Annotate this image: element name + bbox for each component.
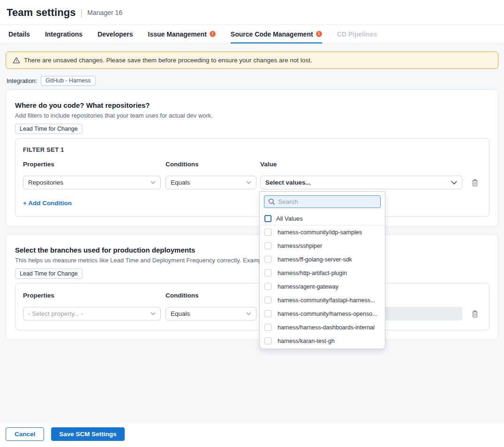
tab-label: Developers: [98, 30, 133, 38]
filter-column-labels: Properties Conditions: [23, 292, 481, 299]
page: Team settings | Manager 16 DetailsIntegr…: [0, 0, 504, 447]
value-select-placeholder: Select values...: [265, 179, 311, 186]
banner-text: There are unsaved changes. Please save t…: [24, 57, 312, 64]
tab-bar: DetailsIntegrationsDevelopersIssue Manag…: [0, 25, 504, 44]
chevron-down-icon: [150, 312, 156, 315]
dropdown-search-wrap: [260, 192, 385, 212]
integration-chip[interactable]: GitHub - Harness: [41, 76, 96, 86]
lead-time-tag: Lead Time for Change: [15, 124, 83, 134]
option-label: harness-community/fastapi-harness...: [278, 297, 379, 304]
option-label: harness/http-artifact-plugin: [278, 270, 351, 276]
tab-label: Source Code Management: [231, 30, 313, 38]
repositories-card: Where do you code? What repositories? Ad…: [6, 89, 498, 227]
option-checkbox[interactable]: [264, 297, 271, 304]
option-label: harness-community/idp-samples: [278, 229, 366, 236]
page-subtitle: Manager 16: [87, 9, 122, 16]
option-checkbox[interactable]: [264, 229, 271, 236]
all-values-label: All Values: [276, 215, 307, 222]
branches-card-title: Select the branches used for production …: [15, 246, 489, 254]
option-label: harness/ff-golang-server-sdk: [278, 256, 356, 263]
integration-label: Integration:: [7, 77, 37, 84]
repositories-card-subtitle: Add filters to include repositories that…: [15, 112, 489, 119]
filter-row: - Select property... - Equals: [23, 307, 481, 320]
dropdown-option-row[interactable]: harness-community/harness-openso...: [260, 307, 385, 320]
unsaved-changes-banner: There are unsaved changes. Please save t…: [6, 52, 498, 69]
tab-integrations[interactable]: Integrations: [45, 25, 83, 44]
branches-filter: Properties Conditions - Select property.…: [15, 283, 489, 330]
option-checkbox[interactable]: [264, 256, 271, 263]
dropdown-option-row[interactable]: harness/...: [260, 348, 385, 349]
title-divider: |: [81, 8, 83, 18]
option-checkbox[interactable]: [264, 283, 271, 290]
dropdown-option-row[interactable]: harness/sshpiper: [260, 239, 385, 253]
dropdown-option-row[interactable]: harness-community/fastapi-harness...: [260, 293, 385, 307]
trash-icon: [471, 310, 479, 318]
alert-badge-icon: !: [210, 31, 216, 37]
tab-issue-management[interactable]: Issue Management!: [148, 25, 216, 44]
tab-source-code-management[interactable]: Source Code Management!: [231, 25, 322, 44]
dropdown-option-row[interactable]: harness/harness-dashboards-internal: [260, 320, 385, 334]
save-scm-settings-button[interactable]: Save SCM Settings: [51, 427, 124, 441]
all-values-checkbox[interactable]: [264, 215, 271, 222]
chevron-down-icon: [246, 312, 251, 315]
option-label: harness/harness-dashboards-internal: [278, 324, 378, 331]
warning-icon: [13, 57, 20, 64]
chevron-down-icon: [451, 181, 457, 185]
page-header: Team settings | Manager 16: [0, 0, 504, 25]
conditions-column-label: Conditions: [165, 292, 256, 299]
option-checkbox[interactable]: [264, 242, 271, 249]
tab-label: Details: [8, 30, 30, 38]
delete-filter-button[interactable]: [471, 310, 479, 318]
option-checkbox[interactable]: [264, 337, 271, 344]
delete-filter-button[interactable]: [471, 179, 479, 187]
property-select[interactable]: - Select property... -: [23, 307, 161, 320]
properties-column-label: Properties: [23, 292, 161, 299]
branches-card-subtitle: This helps us measure metrics like Lead …: [15, 257, 489, 264]
dropdown-option-list: harness-community/idp-samplesharness/ssh…: [260, 225, 385, 349]
condition-select[interactable]: Equals: [165, 176, 256, 189]
tab-label: Issue Management: [148, 30, 207, 38]
dropdown-option-row[interactable]: harness/karan-test-gh: [260, 334, 385, 348]
dropdown-option-row[interactable]: harness/ff-golang-server-sdk: [260, 253, 385, 266]
option-checkbox[interactable]: [264, 269, 271, 276]
option-checkbox[interactable]: [264, 324, 271, 331]
option-label: harness/sshpiper: [278, 243, 326, 249]
search-icon: [268, 198, 275, 205]
option-label: harness-community/harness-openso...: [278, 311, 381, 317]
value-dropdown-panel: All Values harness-community/idp-samples…: [259, 191, 385, 349]
tab-developers[interactable]: Developers: [98, 25, 133, 44]
dropdown-search: [264, 195, 381, 208]
chevron-down-icon: [246, 181, 251, 184]
condition-select[interactable]: Equals: [165, 307, 256, 320]
tab-cd-pipelines[interactable]: CD Pipelines: [337, 25, 377, 44]
conditions-column-label: Conditions: [165, 161, 256, 168]
branches-card: Select the branches used for production …: [6, 234, 498, 340]
dropdown-option-row[interactable]: harness-community/idp-samples: [260, 225, 385, 239]
page-title: Team settings: [7, 7, 76, 19]
property-select[interactable]: Repositories: [23, 176, 161, 189]
alert-badge-icon: !: [316, 31, 322, 37]
dropdown-option-row[interactable]: harness/agent-gateway: [260, 280, 385, 293]
add-condition-button[interactable]: + Add Condition: [23, 200, 72, 207]
filter-column-labels: Properties Conditions Value: [23, 161, 481, 168]
filter-set-1: FILTER SET 1 Properties Conditions Value…: [15, 138, 489, 217]
value-column-label: Value: [260, 161, 462, 168]
option-checkbox[interactable]: [264, 310, 271, 317]
trash-icon: [471, 179, 479, 187]
lead-time-tag: Lead Time for Change: [15, 268, 83, 279]
tab-details[interactable]: Details: [8, 25, 30, 44]
footer-bar: Cancel Save SCM Settings: [0, 424, 504, 447]
filter-set-title: FILTER SET 1: [23, 146, 481, 153]
filter-row: Repositories Equals Select values...: [23, 176, 481, 189]
search-input[interactable]: [278, 198, 376, 205]
cancel-button[interactable]: Cancel: [6, 427, 44, 441]
chevron-down-icon: [150, 181, 156, 184]
value-multiselect[interactable]: Select values...: [260, 176, 462, 189]
dropdown-option-row[interactable]: harness/http-artifact-plugin: [260, 266, 385, 280]
condition-select-value: Equals: [171, 310, 190, 317]
tab-label: Integrations: [45, 30, 83, 38]
all-values-option[interactable]: All Values: [260, 212, 385, 225]
tab-label: CD Pipelines: [337, 30, 377, 38]
repositories-card-title: Where do you code? What repositories?: [15, 101, 489, 109]
option-label: harness/agent-gateway: [278, 283, 342, 290]
